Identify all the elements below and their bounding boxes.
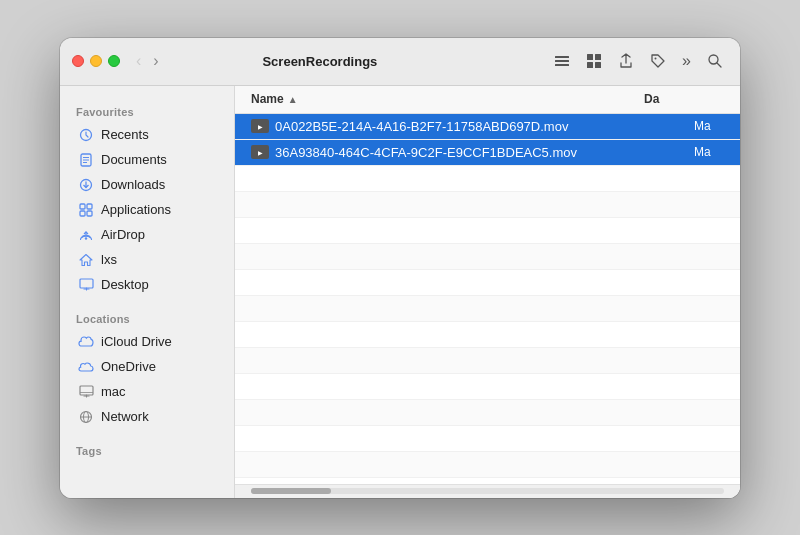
sidebar-item-desktop[interactable]: Desktop (66, 273, 228, 297)
svg-rect-4 (595, 54, 601, 60)
scrollbar-thumb[interactable] (251, 488, 331, 494)
applications-icon (78, 202, 94, 218)
network-label: Network (101, 409, 149, 424)
file-list-header: Name ▲ Da (235, 86, 740, 114)
desktop-icon (78, 277, 94, 293)
svg-line-9 (717, 63, 721, 67)
svg-rect-23 (80, 279, 93, 288)
more-button[interactable]: » (677, 48, 696, 74)
empty-row (235, 322, 740, 348)
empty-row (235, 374, 740, 400)
documents-icon (78, 152, 94, 168)
grid-view-button[interactable] (581, 49, 607, 73)
file-date: Ma (694, 145, 724, 159)
favourites-label: Favourites (60, 98, 234, 122)
svg-rect-17 (80, 204, 85, 209)
svg-rect-1 (555, 60, 569, 62)
onedrive-label: OneDrive (101, 359, 156, 374)
col-date-header[interactable]: Da (644, 92, 724, 106)
svg-rect-5 (587, 62, 593, 68)
lxs-icon (78, 252, 94, 268)
col-name-header[interactable]: Name ▲ (251, 92, 644, 106)
sidebar: Favourites Recents (60, 86, 235, 498)
scrollbar-track[interactable] (251, 488, 724, 494)
sidebar-item-downloads[interactable]: Downloads (66, 173, 228, 197)
svg-rect-2 (555, 64, 569, 66)
recents-icon (78, 127, 94, 143)
svg-point-21 (85, 237, 87, 239)
empty-row (235, 166, 740, 192)
tags-label: Tags (60, 437, 234, 461)
file-area: Name ▲ Da 0A022B5E-214A-4A16-B2F7-11758A… (235, 86, 740, 498)
list-view-button[interactable] (549, 49, 575, 73)
toolbar-actions: » (549, 48, 728, 74)
sidebar-item-icloud[interactable]: iCloud Drive (66, 330, 228, 354)
documents-label: Documents (101, 152, 167, 167)
sidebar-item-airdrop[interactable]: AirDrop (66, 223, 228, 247)
svg-rect-20 (87, 211, 92, 216)
file-row[interactable]: 0A022B5E-214A-4A16-B2F7-11758ABD697D.mov… (235, 114, 740, 140)
svg-rect-18 (87, 204, 92, 209)
file-icon (251, 145, 269, 159)
empty-row (235, 452, 740, 478)
file-row[interactable]: 36A93840-464C-4CFA-9C2F-E9CCF1BDEAC5.mov… (235, 140, 740, 166)
applications-label: Applications (101, 202, 171, 217)
svg-rect-0 (555, 56, 569, 58)
empty-row (235, 426, 740, 452)
mac-icon (78, 384, 94, 400)
share-button[interactable] (613, 49, 639, 73)
empty-row (235, 270, 740, 296)
recents-label: Recents (101, 127, 149, 142)
search-button[interactable] (702, 49, 728, 73)
svg-rect-26 (80, 386, 93, 395)
svg-rect-19 (80, 211, 85, 216)
desktop-label: Desktop (101, 277, 149, 292)
svg-rect-3 (587, 54, 593, 60)
svg-point-7 (655, 58, 657, 60)
empty-rows (235, 166, 740, 478)
file-icon (251, 119, 269, 133)
close-button[interactable] (72, 55, 84, 67)
file-date: Ma (694, 119, 724, 133)
empty-row (235, 400, 740, 426)
sidebar-item-network[interactable]: Network (66, 405, 228, 429)
sidebar-item-onedrive[interactable]: OneDrive (66, 355, 228, 379)
sidebar-item-lxs[interactable]: lxs (66, 248, 228, 272)
file-name: 36A93840-464C-4CFA-9C2F-E9CCF1BDEAC5.mov (275, 145, 694, 160)
empty-row (235, 296, 740, 322)
icloud-label: iCloud Drive (101, 334, 172, 349)
sidebar-item-recents[interactable]: Recents (66, 123, 228, 147)
airdrop-icon (78, 227, 94, 243)
window-content: Favourites Recents (60, 86, 740, 498)
airdrop-label: AirDrop (101, 227, 145, 242)
network-icon (78, 409, 94, 425)
downloads-icon (78, 177, 94, 193)
onedrive-icon (78, 359, 94, 375)
lxs-label: lxs (101, 252, 117, 267)
finder-window: ‹ › ScreenRecordings (60, 38, 740, 498)
empty-row (235, 192, 740, 218)
tag-button[interactable] (645, 49, 671, 73)
sidebar-item-documents[interactable]: Documents (66, 148, 228, 172)
sidebar-item-applications[interactable]: Applications (66, 198, 228, 222)
file-name: 0A022B5E-214A-4A16-B2F7-11758ABD697D.mov (275, 119, 694, 134)
file-list: 0A022B5E-214A-4A16-B2F7-11758ABD697D.mov… (235, 114, 740, 484)
icloud-icon (78, 334, 94, 350)
titlebar: ‹ › ScreenRecordings (60, 38, 740, 86)
scrollbar-area (235, 484, 740, 498)
svg-rect-6 (595, 62, 601, 68)
window-title: ScreenRecordings (91, 54, 549, 69)
empty-row (235, 348, 740, 374)
sort-arrow: ▲ (288, 94, 298, 105)
mac-label: mac (101, 384, 126, 399)
empty-row (235, 244, 740, 270)
downloads-label: Downloads (101, 177, 165, 192)
sidebar-item-mac[interactable]: mac (66, 380, 228, 404)
empty-row (235, 218, 740, 244)
locations-label: Locations (60, 305, 234, 329)
